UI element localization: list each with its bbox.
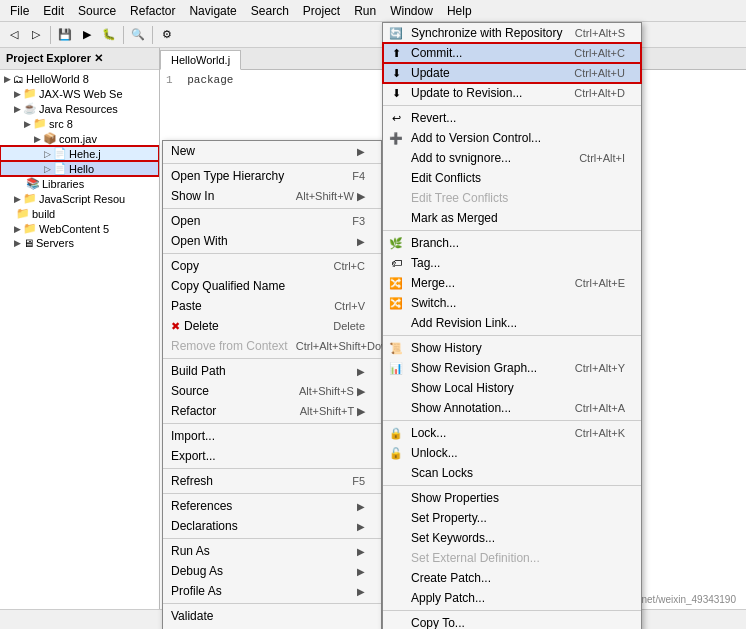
ctx-import[interactable]: Import...	[163, 426, 381, 446]
ctx-update[interactable]: ⬇ Update Ctrl+Alt+U	[383, 63, 641, 83]
ctx-build-path[interactable]: Build Path ▶	[163, 361, 381, 381]
menu-search[interactable]: Search	[245, 2, 295, 20]
tree-label: Java Resources	[39, 103, 118, 115]
tree-item-com-jav[interactable]: ▶ 📦 com.jav	[0, 131, 159, 146]
ctx-refresh[interactable]: Refresh F5	[163, 471, 381, 491]
revision-link-icon	[387, 314, 405, 332]
tree-item-hello[interactable]: ▷ 📄 Hello	[0, 161, 159, 176]
ctx-refactor[interactable]: Refactor Alt+Shift+T ▶	[163, 401, 381, 421]
ctx-show-revision-graph[interactable]: 📊 Show Revision Graph... Ctrl+Alt+Y	[383, 358, 641, 378]
toolbar-forward[interactable]: ▷	[26, 25, 46, 45]
ctx-open-with[interactable]: Open With ▶	[163, 231, 381, 251]
ctx-new[interactable]: New ▶	[163, 141, 381, 161]
ctx-right-label: Show History	[411, 341, 625, 355]
ctx-copy[interactable]: Copy Ctrl+C	[163, 256, 381, 276]
toolbar-debug[interactable]: 🐛	[99, 25, 119, 45]
toolbar-save[interactable]: 💾	[55, 25, 75, 45]
tree-item-webcontent[interactable]: ▶ 📁 WebContent 5	[0, 221, 159, 236]
edit-tree-icon	[387, 189, 405, 207]
ctx-merge[interactable]: 🔀 Merge... Ctrl+Alt+E	[383, 273, 641, 293]
menu-project[interactable]: Project	[297, 2, 346, 20]
ctx-set-keywords[interactable]: Set Keywords...	[383, 528, 641, 548]
build-icon: 📁	[16, 207, 30, 220]
ctx-right-shortcut: Ctrl+Alt+D	[574, 87, 625, 99]
ctx-tag[interactable]: 🏷 Tag...	[383, 253, 641, 273]
ctx-set-property[interactable]: Set Property...	[383, 508, 641, 528]
tree-label: Libraries	[42, 178, 84, 190]
tree-item-jaxws[interactable]: ▶ 📁 JAX-WS Web Se	[0, 86, 159, 101]
ctx-show-properties[interactable]: Show Properties	[383, 488, 641, 508]
ctx-create-patch[interactable]: Create Patch...	[383, 568, 641, 588]
menu-help[interactable]: Help	[441, 2, 478, 20]
ctx-right-shortcut: Ctrl+Alt+I	[579, 152, 625, 164]
project-panel: Project Explorer ✕ ▶ 🗂 HelloWorld 8 ▶ 📁 …	[0, 48, 160, 629]
ctx-show-history[interactable]: 📜 Show History	[383, 338, 641, 358]
tree-item-servers[interactable]: ▶ 🖥 Servers	[0, 236, 159, 250]
menu-source[interactable]: Source	[72, 2, 122, 20]
ctx-mark-merged[interactable]: Mark as Merged	[383, 208, 641, 228]
tree-label: HelloWorld 8	[26, 73, 89, 85]
ctx-arrow: ▶	[357, 521, 365, 532]
ctx-open-type-hierarchy[interactable]: Open Type Hierarchy F4	[163, 166, 381, 186]
ctx-switch[interactable]: 🔀 Switch...	[383, 293, 641, 313]
ctx-show-annotation[interactable]: Show Annotation... Ctrl+Alt+A	[383, 398, 641, 418]
ctx-copy-to[interactable]: Copy To...	[383, 613, 641, 629]
tree-item-helloworld[interactable]: ▶ 🗂 HelloWorld 8	[0, 72, 159, 86]
tree-item-build[interactable]: 📁 build	[0, 206, 159, 221]
toolbar-run[interactable]: ▶	[77, 25, 97, 45]
ctx-debug-as[interactable]: Debug As ▶	[163, 561, 381, 581]
ctx-commit[interactable]: ⬆ Commit... Ctrl+Alt+C	[383, 43, 641, 63]
tree-item-src[interactable]: ▶ 📁 src 8	[0, 116, 159, 131]
ctx-sep6	[163, 468, 381, 469]
ctx-lock[interactable]: 🔒 Lock... Ctrl+Alt+K	[383, 423, 641, 443]
menu-edit[interactable]: Edit	[37, 2, 70, 20]
menubar: File Edit Source Refactor Navigate Searc…	[0, 0, 746, 22]
ctx-show-local-history[interactable]: Show Local History	[383, 378, 641, 398]
ctx-branch[interactable]: 🌿 Branch...	[383, 233, 641, 253]
tree-item-java-resources[interactable]: ▶ ☕ Java Resources	[0, 101, 159, 116]
toolbar-back[interactable]: ◁	[4, 25, 24, 45]
ctx-copy-qualified-name[interactable]: Copy Qualified Name	[163, 276, 381, 296]
ctx-references[interactable]: References ▶	[163, 496, 381, 516]
editor-tab-helloworld[interactable]: HelloWorld.j	[160, 50, 241, 70]
menu-window[interactable]: Window	[384, 2, 439, 20]
menu-navigate[interactable]: Navigate	[183, 2, 242, 20]
ctx-svn-sync[interactable]: 🔄 Synchronize with Repository Ctrl+Alt+S	[383, 23, 641, 43]
ctx-edit-tree-conflicts: Edit Tree Conflicts	[383, 188, 641, 208]
ctx-right-label: Copy To...	[411, 616, 625, 629]
ctx-edit-conflicts[interactable]: Edit Conflicts	[383, 168, 641, 188]
ctx-label: Refresh	[171, 474, 344, 488]
menu-file[interactable]: File	[4, 2, 35, 20]
ctx-right-sep1	[383, 105, 641, 106]
ctx-add-version-control[interactable]: ➕ Add to Version Control...	[383, 128, 641, 148]
tree-item-hehe[interactable]: ▷ 📄 Hehe.j	[0, 146, 159, 161]
external-def-icon	[387, 549, 405, 567]
menu-run[interactable]: Run	[348, 2, 382, 20]
tree-item-js-resources[interactable]: ▶ 📁 JavaScript Resou	[0, 191, 159, 206]
ctx-open[interactable]: Open F3	[163, 211, 381, 231]
toolbar-settings[interactable]: ⚙	[157, 25, 177, 45]
ctx-delete[interactable]: ✖ Delete Delete	[163, 316, 381, 336]
ctx-add-svnignore[interactable]: Add to svnignore... Ctrl+Alt+I	[383, 148, 641, 168]
toolbar-search[interactable]: 🔍	[128, 25, 148, 45]
ctx-add-revision-link[interactable]: Add Revision Link...	[383, 313, 641, 333]
ctx-update-revision[interactable]: ⬇ Update to Revision... Ctrl+Alt+D	[383, 83, 641, 103]
ctx-run-as[interactable]: Run As ▶	[163, 541, 381, 561]
ctx-label: Remove from Context	[171, 339, 288, 353]
ctx-declarations[interactable]: Declarations ▶	[163, 516, 381, 536]
ctx-apply-patch[interactable]: Apply Patch...	[383, 588, 641, 608]
tree-label: build	[32, 208, 55, 220]
ctx-unlock[interactable]: 🔓 Unlock...	[383, 443, 641, 463]
ctx-scan-locks[interactable]: Scan Locks	[383, 463, 641, 483]
ctx-validate[interactable]: Validate	[163, 606, 381, 626]
tree-item-libraries[interactable]: 📚 Libraries	[0, 176, 159, 191]
history-icon: 📜	[387, 339, 405, 357]
ctx-paste[interactable]: Paste Ctrl+V	[163, 296, 381, 316]
ctx-export[interactable]: Export...	[163, 446, 381, 466]
menu-refactor[interactable]: Refactor	[124, 2, 181, 20]
ctx-revert[interactable]: ↩ Revert...	[383, 108, 641, 128]
ctx-show-in[interactable]: Show In Alt+Shift+W ▶	[163, 186, 381, 206]
ctx-source[interactable]: Source Alt+Shift+S ▶	[163, 381, 381, 401]
ctx-right-shortcut: Ctrl+Alt+Y	[575, 362, 625, 374]
ctx-profile-as[interactable]: Profile As ▶	[163, 581, 381, 601]
